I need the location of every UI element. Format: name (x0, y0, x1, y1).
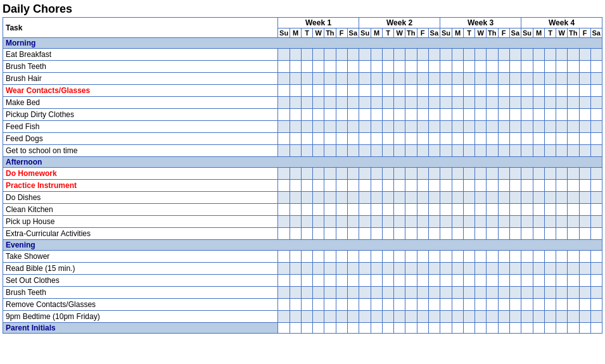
chore-cell[interactable] (278, 287, 290, 299)
chore-cell[interactable] (347, 168, 359, 180)
chore-cell[interactable] (405, 204, 417, 216)
chore-cell[interactable] (545, 168, 556, 180)
chore-cell[interactable] (405, 145, 417, 157)
chore-cell[interactable] (371, 216, 383, 228)
chore-cell[interactable] (278, 145, 290, 157)
chore-cell[interactable] (579, 311, 590, 323)
chore-cell[interactable] (371, 85, 383, 97)
chore-cell[interactable] (359, 204, 371, 216)
chore-cell[interactable] (359, 216, 371, 228)
chore-cell[interactable] (440, 299, 452, 311)
chore-cell[interactable] (290, 275, 302, 287)
chore-cell[interactable] (313, 85, 324, 97)
chore-cell[interactable] (590, 216, 602, 228)
chore-cell[interactable] (521, 145, 533, 157)
chore-cell[interactable] (452, 145, 464, 157)
chore-cell[interactable] (440, 251, 452, 263)
chore-cell[interactable] (556, 73, 568, 85)
chore-cell[interactable] (452, 133, 464, 145)
chore-cell[interactable] (394, 145, 405, 157)
chore-cell[interactable] (336, 192, 347, 204)
chore-cell[interactable] (290, 145, 302, 157)
chore-cell[interactable] (302, 263, 313, 275)
parent-initials-cell[interactable] (464, 323, 475, 334)
chore-cell[interactable] (313, 204, 324, 216)
chore-cell[interactable] (568, 299, 579, 311)
chore-cell[interactable] (498, 192, 509, 204)
chore-cell[interactable] (545, 97, 556, 109)
chore-cell[interactable] (487, 192, 498, 204)
chore-cell[interactable] (556, 228, 568, 240)
chore-cell[interactable] (568, 228, 579, 240)
chore-cell[interactable] (347, 97, 359, 109)
chore-cell[interactable] (464, 251, 475, 263)
chore-cell[interactable] (394, 275, 405, 287)
chore-cell[interactable] (464, 73, 475, 85)
chore-cell[interactable] (521, 133, 533, 145)
chore-cell[interactable] (464, 145, 475, 157)
chore-cell[interactable] (383, 180, 394, 192)
chore-cell[interactable] (290, 228, 302, 240)
chore-cell[interactable] (545, 311, 556, 323)
chore-cell[interactable] (394, 180, 405, 192)
chore-cell[interactable] (313, 216, 324, 228)
chore-cell[interactable] (487, 311, 498, 323)
chore-cell[interactable] (405, 192, 417, 204)
chore-cell[interactable] (545, 192, 556, 204)
chore-cell[interactable] (417, 251, 428, 263)
chore-cell[interactable] (475, 251, 487, 263)
chore-cell[interactable] (336, 121, 347, 133)
chore-cell[interactable] (383, 299, 394, 311)
chore-cell[interactable] (521, 287, 533, 299)
chore-cell[interactable] (440, 109, 452, 121)
chore-cell[interactable] (509, 251, 521, 263)
chore-cell[interactable] (405, 311, 417, 323)
chore-cell[interactable] (568, 251, 579, 263)
chore-cell[interactable] (590, 168, 602, 180)
chore-cell[interactable] (452, 251, 464, 263)
chore-cell[interactable] (487, 275, 498, 287)
chore-cell[interactable] (278, 216, 290, 228)
chore-cell[interactable] (464, 192, 475, 204)
chore-cell[interactable] (359, 228, 371, 240)
chore-cell[interactable] (394, 85, 405, 97)
chore-cell[interactable] (302, 192, 313, 204)
parent-initials-cell[interactable] (278, 323, 290, 334)
chore-cell[interactable] (533, 275, 545, 287)
chore-cell[interactable] (347, 145, 359, 157)
parent-initials-cell[interactable] (533, 323, 545, 334)
chore-cell[interactable] (475, 61, 487, 73)
chore-cell[interactable] (359, 180, 371, 192)
chore-cell[interactable] (487, 61, 498, 73)
parent-initials-cell[interactable] (324, 323, 336, 334)
chore-cell[interactable] (394, 216, 405, 228)
chore-cell[interactable] (475, 133, 487, 145)
chore-cell[interactable] (394, 61, 405, 73)
chore-cell[interactable] (302, 251, 313, 263)
chore-cell[interactable] (324, 85, 336, 97)
chore-cell[interactable] (545, 133, 556, 145)
chore-cell[interactable] (440, 192, 452, 204)
chore-cell[interactable] (568, 263, 579, 275)
chore-cell[interactable] (440, 168, 452, 180)
chore-cell[interactable] (313, 299, 324, 311)
chore-cell[interactable] (371, 275, 383, 287)
chore-cell[interactable] (487, 133, 498, 145)
chore-cell[interactable] (568, 85, 579, 97)
parent-initials-cell[interactable] (290, 323, 302, 334)
chore-cell[interactable] (417, 61, 428, 73)
chore-cell[interactable] (313, 228, 324, 240)
chore-cell[interactable] (290, 192, 302, 204)
chore-cell[interactable] (533, 145, 545, 157)
chore-cell[interactable] (475, 85, 487, 97)
chore-cell[interactable] (324, 73, 336, 85)
parent-initials-cell[interactable] (590, 323, 602, 334)
chore-cell[interactable] (521, 85, 533, 97)
chore-cell[interactable] (452, 73, 464, 85)
chore-cell[interactable] (464, 299, 475, 311)
chore-cell[interactable] (428, 192, 440, 204)
chore-cell[interactable] (347, 180, 359, 192)
chore-cell[interactable] (383, 192, 394, 204)
chore-cell[interactable] (371, 287, 383, 299)
chore-cell[interactable] (417, 121, 428, 133)
